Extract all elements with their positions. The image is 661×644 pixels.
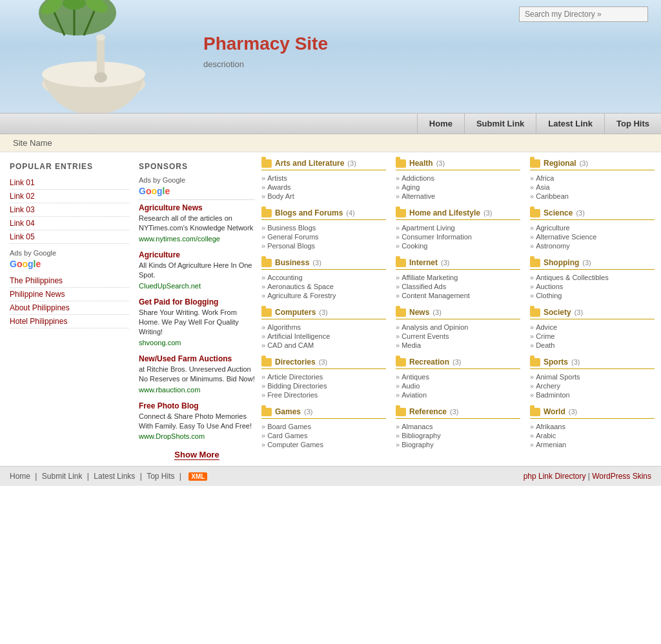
dir-recreation: Recreation (3) Antiques Audio Aviation [396, 357, 520, 399]
dir-reference-item-3: Biography [396, 440, 520, 449]
dir-science-title[interactable]: Science [544, 208, 573, 217]
dir-home-item-2: Consumer Information [396, 232, 520, 241]
geo-link-philippines[interactable]: The Philippines [10, 274, 129, 288]
geo-link-hotel-philippines[interactable]: Hotel Philippines [10, 315, 129, 328]
sponsor-3-desc: Share Your Writing. Work From Home. We P… [139, 308, 255, 337]
popular-link-1[interactable]: Link 01 [10, 176, 129, 190]
footer-latest-links[interactable]: Latest Links [94, 472, 135, 481]
dir-home-lifestyle: Home and Lifestyle (3) Apartment Living … [396, 208, 520, 250]
sponsor-1-desc: Research all of the articles on NYTimes.… [139, 214, 255, 234]
dir-science-item-3: Astronomy [530, 241, 655, 250]
footer-submit-link[interactable]: Submit Link [42, 472, 83, 481]
nav-home[interactable]: Home [417, 114, 464, 134]
dir-reference-item-2: Bibliography [396, 431, 520, 440]
dir-shopping-item-1: Antiques & Collectibles [530, 273, 655, 282]
dir-games-item-1: Board Games [261, 422, 386, 431]
sponsor-1-url: www.nytimes.com/college [139, 235, 255, 243]
dir-society-title[interactable]: Society [544, 308, 571, 317]
dir-reference: Reference (3) Almanacs Bibliography Biog… [396, 407, 520, 449]
dir-science-item-1: Agriculture [530, 223, 655, 232]
search-input[interactable] [519, 6, 648, 22]
sponsor-1-title[interactable]: Agriculture News [139, 203, 255, 212]
footer-home[interactable]: Home [10, 472, 30, 481]
geo-link-about-philippines[interactable]: About Philippines [10, 301, 129, 315]
navbar: Home Submit Link Latest Link Top Hits [0, 113, 661, 134]
dir-col-3: Regional (3) Africa Asia Caribbean Scien… [530, 159, 655, 457]
dir-regional-item-2: Asia [530, 183, 655, 192]
dir-society-item-2: Crime [530, 332, 655, 341]
footer-top-hits[interactable]: Top Hits [147, 472, 174, 481]
dir-recreation-item-3: Aviation [396, 390, 520, 399]
dir-directories-title[interactable]: Directories [275, 357, 316, 367]
dir-col-1: Arts and Literature (3) Artists Awards B… [261, 159, 386, 457]
show-more-button[interactable]: Show More [139, 450, 255, 459]
sponsor-4-title[interactable]: New/Used Farm Auctions [139, 354, 255, 363]
dir-sports-title[interactable]: Sports [544, 357, 568, 367]
dir-reference-title[interactable]: Reference [409, 407, 447, 416]
dir-games-title[interactable]: Games [275, 407, 301, 416]
show-more-link[interactable]: Show More [174, 450, 219, 460]
svg-point-10 [94, 72, 107, 83]
dir-reference-item-1: Almanacs [396, 422, 520, 431]
dir-reference-count: (3) [450, 408, 458, 416]
dir-health-title[interactable]: Health [409, 159, 433, 168]
dir-arts-title[interactable]: Arts and Literature [275, 159, 344, 168]
footer-php-link-directory[interactable]: php Link Directory [524, 472, 586, 481]
popular-link-4[interactable]: Link 04 [10, 217, 129, 230]
popular-link-5[interactable]: Link 05 [10, 230, 129, 244]
dir-home-item-3: Cooking [396, 241, 520, 250]
sponsor-5-title[interactable]: Free Photo Blog [139, 401, 255, 410]
dir-world-title[interactable]: World [544, 407, 565, 416]
search-box[interactable] [519, 6, 648, 22]
folder-icon-sports [530, 358, 540, 367]
sponsor-4-desc: at Ritchie Bros. Unreserved Auction No R… [139, 365, 255, 385]
folder-icon-society [530, 308, 540, 317]
main-content: POPULAR ENTRIES Link 01 Link 02 Link 03 … [0, 152, 661, 466]
header: Pharmacy Site descriotion [0, 0, 661, 113]
nav-submit-link[interactable]: Submit Link [464, 114, 536, 134]
dir-sports-count: (3) [571, 358, 580, 366]
dir-computers-title[interactable]: Computers [275, 308, 316, 317]
folder-icon-shopping [530, 259, 540, 267]
dir-news-title[interactable]: News [409, 308, 429, 317]
dir-regional-title[interactable]: Regional [544, 159, 576, 168]
dir-news: News (3) Analysis and Opinion Current Ev… [396, 308, 520, 350]
nav-top-hits[interactable]: Top Hits [604, 114, 661, 134]
dir-regional-count: (3) [580, 159, 588, 167]
popular-entries-title: POPULAR ENTRIES [10, 162, 129, 171]
sponsor-3-title[interactable]: Get Paid for Blogging [139, 297, 255, 307]
dir-internet-title[interactable]: Internet [409, 258, 438, 267]
dir-blogs-count: (4) [346, 209, 354, 217]
dir-society-item-3: Death [530, 341, 655, 350]
popular-link-3[interactable]: Link 03 [10, 203, 129, 217]
dir-directories-item-2: Bidding Directories [261, 381, 386, 390]
sponsors-google-logo: Google [139, 186, 255, 196]
dir-shopping-title[interactable]: Shopping [544, 258, 579, 267]
dir-recreation-title[interactable]: Recreation [409, 357, 449, 367]
dir-home-title[interactable]: Home and Lifestyle [409, 208, 480, 217]
dir-sports-item-2: Archery [530, 381, 655, 390]
nav-latest-link[interactable]: Latest Link [536, 114, 604, 134]
geo-links-list: The Philippines Philippine News About Ph… [10, 274, 129, 328]
xml-badge[interactable]: XML [188, 472, 207, 481]
dir-business-title[interactable]: Business [275, 258, 309, 267]
dir-world-item-2: Arabic [530, 431, 655, 440]
footer-wordpress-skins[interactable]: WordPress Skins [592, 472, 651, 481]
site-name: Site Name [13, 138, 52, 148]
dir-science: Science (3) Agriculture Alternative Scie… [530, 208, 655, 250]
sponsor-2-title[interactable]: Agriculture [139, 250, 255, 259]
dir-shopping: Shopping (3) Antiques & Collectibles Auc… [530, 258, 655, 300]
sponsor-5-desc: Connect & Share Photo Memories With Fami… [139, 412, 255, 432]
sidebar: POPULAR ENTRIES Link 01 Link 02 Link 03 … [10, 159, 129, 459]
geo-link-philippine-news[interactable]: Philippine News [10, 288, 129, 301]
dir-internet-count: (3) [441, 259, 449, 267]
sponsor-1: Agriculture News Research all of the art… [139, 203, 255, 243]
dir-sports: Sports (3) Animal Sports Archery Badmint… [530, 357, 655, 399]
dir-blogs-title[interactable]: Blogs and Forums [275, 208, 343, 217]
dir-shopping-item-2: Auctions [530, 282, 655, 291]
dir-games-count: (3) [304, 408, 312, 416]
folder-icon-regional [530, 159, 540, 168]
popular-link-2[interactable]: Link 02 [10, 190, 129, 203]
dir-recreation-item-1: Antiques [396, 372, 520, 381]
dir-sports-item-3: Badminton [530, 390, 655, 399]
